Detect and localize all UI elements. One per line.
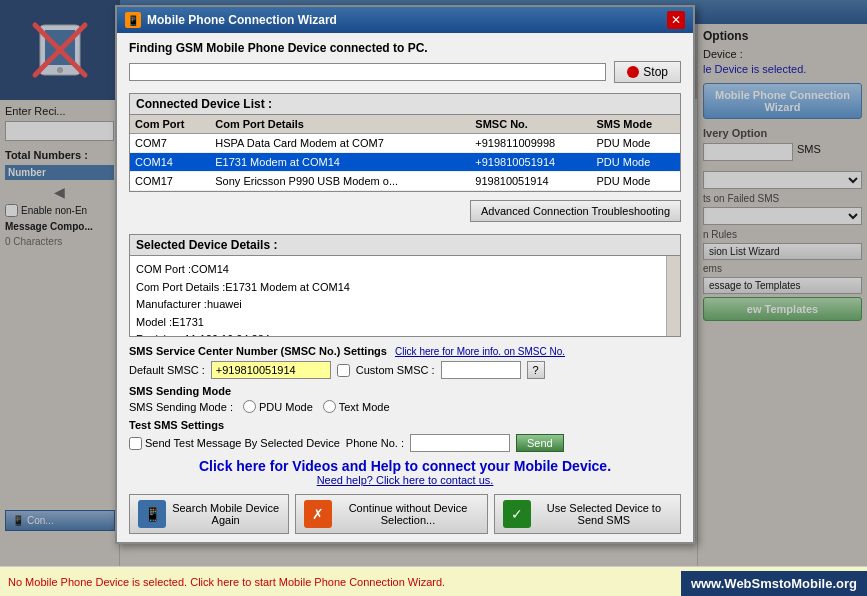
text-mode-radio[interactable] <box>323 400 336 413</box>
dialog-title-left: 📱 Mobile Phone Connection Wizard <box>125 12 337 28</box>
device-table-row[interactable]: COM14E1731 Modem at COM14+919810051914PD… <box>130 153 680 172</box>
search-mobile-icon: 📱 <box>138 500 166 528</box>
test-msg-checkbox[interactable] <box>129 437 142 450</box>
selected-device-content: COM Port :COM14 Com Port Details :E1731 … <box>130 256 680 336</box>
stop-button[interactable]: Stop <box>614 61 681 83</box>
watermark-text: www.WebSmstoMobile.org <box>691 576 857 591</box>
sms-mode-row: SMS Sending Mode : PDU Mode Text Mode <box>129 400 681 413</box>
send-button[interactable]: Send <box>516 434 564 452</box>
progress-bar <box>129 63 606 81</box>
continue-without-btn[interactable]: ✗ Continue without Device Selection... <box>295 494 487 534</box>
dialog-title-text: Mobile Phone Connection Wizard <box>147 13 337 27</box>
help-main-link[interactable]: Click here for Videos and Help to connec… <box>129 458 681 474</box>
test-sms-section: Test SMS Settings Send Test Message By S… <box>129 419 681 452</box>
smsc-section: SMS Service Center Number (SMSC No.) Set… <box>129 345 681 379</box>
connected-device-section: Connected Device List : Com PortCom Port… <box>129 93 681 192</box>
watermark: www.WebSmstoMobile.org <box>681 571 867 596</box>
test-sms-row: Send Test Message By Selected Device Pho… <box>129 434 681 452</box>
phone-no-input[interactable] <box>410 434 510 452</box>
help-section: Click here for Videos and Help to connec… <box>129 458 681 486</box>
device-cell-details: Sony Ericsson P990 USB Modem o... <box>210 172 470 191</box>
stop-icon <box>627 66 639 78</box>
custom-smsc-checkbox[interactable] <box>337 364 350 377</box>
selected-device-header: Selected Device Details : <box>130 235 680 256</box>
sms-mode-title: SMS Sending Mode <box>129 385 681 397</box>
device-cell-port: COM17 <box>130 172 210 191</box>
detail-line5: Revision :11.126.16.04.284 <box>136 331 674 336</box>
sms-mode-label: SMS Sending Mode : <box>129 401 233 413</box>
smsc-title-row: SMS Service Center Number (SMSC No.) Set… <box>129 345 681 357</box>
default-smsc-label: Default SMSC : <box>129 364 205 376</box>
device-cell-smsc: +919810051914 <box>470 153 591 172</box>
smsc-link[interactable]: Click here for More info. on SMSC No. <box>395 346 565 357</box>
connection-wizard-dialog: 📱 Mobile Phone Connection Wizard ✕ Findi… <box>115 5 695 544</box>
detail-line4: Model :E1731 <box>136 314 674 332</box>
finding-label: Finding GSM Mobile Phone Device connecte… <box>129 41 681 55</box>
dialog-body: Finding GSM Mobile Phone Device connecte… <box>117 33 693 542</box>
app-background: DRPU Bulk SMS DRPU Bulk SMS <box>0 0 867 596</box>
dialog-title-icon: 📱 <box>125 12 141 28</box>
adv-btn-row: Advanced Connection Troubleshooting <box>129 200 681 228</box>
col-header-0: Com Port <box>130 115 210 134</box>
dialog-overlay: 📱 Mobile Phone Connection Wizard ✕ Findi… <box>0 0 867 596</box>
default-smsc-input[interactable] <box>211 361 331 379</box>
adv-troubleshoot-btn[interactable]: Advanced Connection Troubleshooting <box>470 200 681 222</box>
custom-smsc-input[interactable] <box>441 361 521 379</box>
device-table-row[interactable]: COM7HSPA Data Card Modem at COM7+9198110… <box>130 134 680 153</box>
pdu-mode-label: PDU Mode <box>259 401 313 413</box>
test-sms-title: Test SMS Settings <box>129 419 681 431</box>
selected-device-section: Selected Device Details : COM Port :COM1… <box>129 234 681 337</box>
search-mobile-btn[interactable]: 📱 Search Mobile Device Again <box>129 494 289 534</box>
dialog-titlebar: 📱 Mobile Phone Connection Wizard ✕ <box>117 7 693 33</box>
col-header-1: Com Port Details <box>210 115 470 134</box>
device-cell-mode: PDU Mode <box>591 172 680 191</box>
device-cell-mode: PDU Mode <box>591 134 680 153</box>
device-cell-port: COM7 <box>130 134 210 153</box>
progress-row: Stop <box>129 61 681 83</box>
help-sub-link[interactable]: Need help? Click here to contact us. <box>129 474 681 486</box>
test-msg-label: Send Test Message By Selected Device <box>145 437 340 449</box>
sms-mode-section: SMS Sending Mode SMS Sending Mode : PDU … <box>129 385 681 413</box>
phone-no-label: Phone No. : <box>346 437 404 449</box>
device-table-row[interactable]: COM17Sony Ericsson P990 USB Modem o...91… <box>130 172 680 191</box>
continue-without-label: Continue without Device Selection... <box>337 502 478 526</box>
bottom-buttons-row: 📱 Search Mobile Device Again ✗ Continue … <box>129 494 681 534</box>
pdu-mode-item: PDU Mode <box>243 400 313 413</box>
device-cell-port: COM14 <box>130 153 210 172</box>
text-mode-item: Text Mode <box>323 400 390 413</box>
use-selected-btn[interactable]: ✓ Use Selected Device to Send SMS <box>494 494 681 534</box>
device-cell-mode: PDU Mode <box>591 153 680 172</box>
stop-label: Stop <box>643 65 668 79</box>
use-selected-label: Use Selected Device to Send SMS <box>536 502 672 526</box>
smsc-row: Default SMSC : Custom SMSC : ? <box>129 361 681 379</box>
dialog-close-button[interactable]: ✕ <box>667 11 685 29</box>
test-msg-checkbox-row: Send Test Message By Selected Device <box>129 437 340 450</box>
continue-without-icon: ✗ <box>304 500 332 528</box>
detail-line2: Com Port Details :E1731 Modem at COM14 <box>136 279 674 297</box>
text-mode-label: Text Mode <box>339 401 390 413</box>
detail-line3: Manufacturer :huawei <box>136 296 674 314</box>
col-header-3: SMS Mode <box>591 115 680 134</box>
device-cell-smsc: +919811009998 <box>470 134 591 153</box>
col-header-2: SMSC No. <box>470 115 591 134</box>
pdu-mode-radio[interactable] <box>243 400 256 413</box>
connected-device-header: Connected Device List : <box>130 94 680 115</box>
device-cell-details: E1731 Modem at COM14 <box>210 153 470 172</box>
device-cell-details: HSPA Data Card Modem at COM7 <box>210 134 470 153</box>
device-cell-smsc: 919810051914 <box>470 172 591 191</box>
detail-line1: COM Port :COM14 <box>136 261 674 279</box>
search-mobile-label: Search Mobile Device Again <box>171 502 280 526</box>
smsc-title: SMS Service Center Number (SMSC No.) Set… <box>129 345 387 357</box>
status-text: No Mobile Phone Device is selected. Clic… <box>8 576 445 588</box>
question-btn[interactable]: ? <box>527 361 545 379</box>
use-selected-icon: ✓ <box>503 500 531 528</box>
device-table: Com PortCom Port DetailsSMSC No.SMS Mode… <box>130 115 680 191</box>
custom-smsc-label: Custom SMSC : <box>356 364 435 376</box>
details-scrollbar[interactable] <box>666 256 680 336</box>
